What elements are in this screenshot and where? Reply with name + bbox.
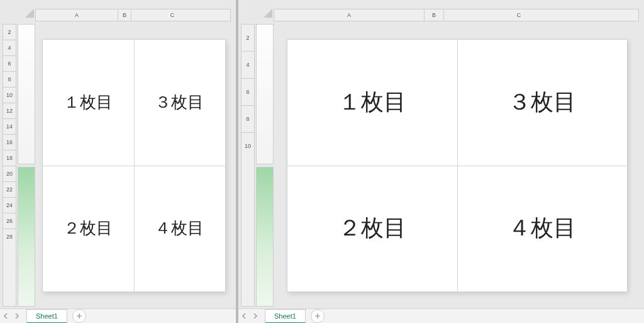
vertical-rulers: [18, 24, 35, 307]
print-page: １枚目 ３枚目 ２枚目 ４枚目: [43, 40, 225, 292]
ruler-lower: [18, 167, 35, 307]
column-header-B[interactable]: B: [118, 9, 131, 21]
column-header-A[interactable]: A: [36, 9, 118, 21]
row-header-4[interactable]: 4: [242, 52, 254, 79]
sheet-tab[interactable]: Sheet1: [26, 309, 67, 324]
row-header-20[interactable]: 20: [3, 166, 16, 182]
cell-2[interactable]: ２枚目: [287, 166, 457, 292]
sheet-tab[interactable]: Sheet1: [265, 309, 306, 324]
tab-nav-next[interactable]: [11, 310, 23, 322]
row-header-4[interactable]: 4: [3, 40, 16, 56]
row-header-6[interactable]: 6: [242, 79, 254, 106]
pane-right: ABC 246810 １枚目 ３枚目 ２枚目 ４枚目: [238, 0, 644, 323]
row-header-28[interactable]: 28: [3, 229, 16, 244]
select-all-corner[interactable]: [25, 9, 34, 18]
column-headers[interactable]: ABC: [35, 9, 231, 21]
row-header-8[interactable]: 8: [3, 72, 16, 88]
tab-nav-next[interactable]: [250, 310, 261, 322]
row-header-26[interactable]: 26: [3, 213, 16, 229]
ruler-upper: [18, 24, 35, 164]
column-header-C[interactable]: C: [131, 9, 213, 21]
row-header-10[interactable]: 10: [242, 133, 254, 159]
sheet-tab-bar: Sheet1: [0, 309, 236, 323]
row-header-8[interactable]: 8: [242, 106, 254, 133]
row-headers[interactable]: 246810121416182022242628: [3, 24, 16, 307]
select-all-corner[interactable]: [264, 9, 272, 18]
ruler-upper: [256, 24, 274, 164]
row-header-10[interactable]: 10: [3, 88, 16, 103]
vertical-rulers: [256, 24, 274, 307]
cell-3[interactable]: ３枚目: [134, 40, 225, 166]
row-header-14[interactable]: 14: [3, 119, 16, 135]
tab-nav-prev[interactable]: [0, 310, 11, 322]
cell-4[interactable]: ４枚目: [457, 166, 627, 292]
add-sheet-button[interactable]: [311, 309, 325, 323]
cell-3[interactable]: ３枚目: [457, 40, 627, 166]
pane-left: ABC 246810121416182022242628 １枚目 ３枚目 ２枚目…: [0, 0, 238, 323]
grid-vline: [457, 40, 458, 292]
print-page: １枚目 ３枚目 ２枚目 ４枚目: [287, 40, 627, 292]
grid-vline: [134, 40, 135, 292]
row-header-6[interactable]: 6: [3, 56, 16, 72]
row-header-2[interactable]: 2: [3, 25, 16, 40]
row-headers[interactable]: 246810: [241, 24, 255, 307]
cell-2[interactable]: ２枚目: [43, 166, 134, 292]
row-header-24[interactable]: 24: [3, 198, 16, 213]
row-header-22[interactable]: 22: [3, 182, 16, 198]
column-header-B[interactable]: B: [425, 9, 444, 21]
row-header-12[interactable]: 12: [3, 103, 16, 119]
tab-nav-prev[interactable]: [238, 310, 250, 322]
cell-1[interactable]: １枚目: [287, 40, 457, 166]
cell-1[interactable]: １枚目: [43, 40, 134, 166]
add-sheet-button[interactable]: [72, 309, 86, 323]
ruler-lower: [256, 167, 274, 307]
column-header-A[interactable]: A: [274, 9, 425, 21]
column-header-C[interactable]: C: [444, 9, 594, 21]
column-headers[interactable]: ABC: [274, 9, 639, 21]
sheet-tab-bar: Sheet1: [238, 309, 644, 323]
row-header-16[interactable]: 16: [3, 135, 16, 150]
row-header-18[interactable]: 18: [3, 150, 16, 166]
cell-4[interactable]: ４枚目: [134, 166, 225, 292]
page-preview-area: １枚目 ３枚目 ２枚目 ４枚目: [36, 24, 231, 307]
row-header-2[interactable]: 2: [242, 25, 254, 52]
page-preview-area: １枚目 ３枚目 ２枚目 ４枚目: [275, 24, 639, 307]
